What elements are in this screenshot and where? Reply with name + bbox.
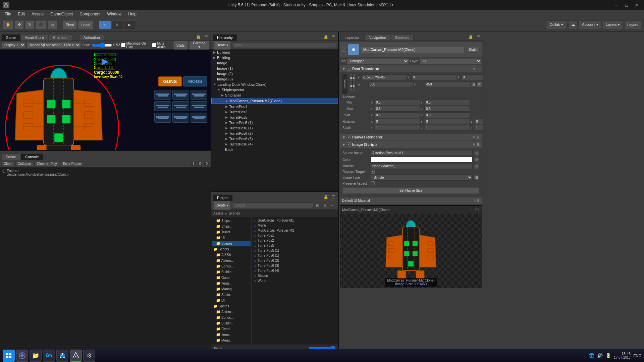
pivot-y-input[interactable] — [425, 112, 470, 118]
proj-statio[interactable]: 📁 Statio... — [212, 292, 251, 298]
panel-menu[interactable]: ☰ — [203, 34, 209, 40]
source-image-input[interactable] — [371, 150, 473, 156]
proj-spr-bonus[interactable]: 📁 Bonus... — [212, 315, 251, 320]
scale-slider[interactable] — [92, 43, 112, 48]
tag-select[interactable]: Untagged — [347, 58, 409, 64]
local-button[interactable]: Local — [78, 20, 93, 29]
volume-icon[interactable]: 🔊 — [597, 353, 603, 358]
tab-scene[interactable]: Scene — [1, 154, 20, 160]
maximize-toggle[interactable]: Maximize On Play — [121, 42, 150, 49]
center-play-btn[interactable]: ▶ — [95, 53, 115, 70]
preview-info[interactable]: ⓘ — [474, 207, 480, 213]
static-button[interactable]: Static — [467, 47, 480, 53]
lang-indicator[interactable]: ENG — [633, 354, 641, 358]
scene-gun-carcas[interactable]: ◇ GunCarcas_Pursuer-M1 — [252, 218, 337, 223]
scene-modcarcas[interactable]: ◇ ModCarcas_Pursuer-M2 — [252, 228, 337, 233]
guns-button[interactable]: GUNS — [158, 76, 182, 86]
scale-x-input[interactable] — [375, 125, 420, 131]
taskbar-other[interactable]: ⚙ — [83, 350, 95, 362]
panel-lock[interactable]: 🔒 — [195, 34, 202, 40]
scene-turretpos6-2[interactable]: ◇ TurretPos6 (2) — [252, 258, 337, 263]
gun-slot-8[interactable] — [172, 113, 189, 123]
max-y-input[interactable] — [425, 106, 470, 112]
hierarchy-create-btn[interactable]: Create ▾ — [213, 41, 231, 50]
rotate-tool[interactable]: ↻ — [25, 20, 34, 29]
gun-slot-5[interactable] — [172, 101, 189, 111]
h-turretpos5-1[interactable]: ▶TurretPos5 (1) — [211, 120, 338, 125]
layout-dropdown[interactable]: Layout — [624, 20, 641, 29]
preview-zoom-in[interactable]: + — [468, 207, 474, 213]
tab-asset-store[interactable]: Asset Store — [20, 34, 48, 41]
h-building-1[interactable]: ▶Building — [211, 50, 338, 55]
close-button[interactable]: ✕ — [632, 2, 641, 8]
hierarchy-lock[interactable]: 🔒 — [322, 34, 330, 40]
proj-manag[interactable]: 📁 Manag... — [212, 286, 251, 292]
img-menu-icon[interactable]: ☰ — [477, 143, 480, 146]
h-landing-dock[interactable]: ▼Landing Dock Window(Clone) — [211, 82, 338, 87]
tab-services[interactable]: Services — [391, 34, 414, 41]
h-turretpos6-2[interactable]: ▶TurretPos6 (2) — [211, 131, 338, 136]
object-name-input[interactable] — [361, 46, 465, 53]
breadcrumb-scenes[interactable]: Scenes — [229, 212, 240, 215]
scene-turretpos6-3[interactable]: ◇ TurretPos6 (3) — [252, 263, 337, 268]
hierarchy-menu[interactable]: ☰ — [330, 34, 337, 40]
project-icon-2[interactable]: ⊟ — [322, 202, 328, 208]
taskbar-chrome[interactable] — [16, 350, 28, 362]
tab-animation[interactable]: Animation — [79, 34, 104, 41]
project-icon-3[interactable]: ⋯ — [329, 202, 336, 208]
scene-turretpos1[interactable]: ◇ TurretPos1 — [252, 233, 337, 238]
min-y-input[interactable] — [425, 100, 470, 105]
cr-edit-icon[interactable]: ✎ — [473, 135, 475, 139]
min-x-input[interactable] — [375, 100, 420, 105]
menu-window[interactable]: Window — [104, 11, 125, 17]
menu-assets[interactable]: Assets — [28, 11, 47, 17]
rt-menu-icon[interactable]: ☰ — [477, 67, 480, 71]
proj-spr-fixed[interactable]: 📁 Fixed — [212, 326, 251, 332]
h-turretpos1[interactable]: ▶TurretPos1 — [211, 104, 338, 109]
scene-turretpos5-1[interactable]: ◇ TurretPos5 (1) — [252, 248, 337, 253]
proj-spr-astero[interactable]: 📁 Astero... — [212, 309, 251, 315]
color-select[interactable]: ⊙ — [474, 157, 479, 162]
collab-button[interactable]: Collab ▾ — [546, 20, 567, 29]
tab-console[interactable]: Console — [21, 154, 43, 160]
proj-scripts[interactable]: 📁 Scripts — [212, 246, 251, 252]
scene-turretpos6-1[interactable]: ◇ TurretPos6 (1) — [252, 253, 337, 258]
image-script-header[interactable]: ▼ Image (Script) ✎ ☰ — [340, 141, 482, 148]
scene-turretpos2[interactable]: ◇ TurretPos2 — [252, 238, 337, 243]
network-icon[interactable]: 🌐 — [589, 353, 594, 358]
color-swatch[interactable] — [371, 157, 473, 163]
clear-on-play-button[interactable]: Clear on Play — [35, 161, 59, 166]
scale-y-input[interactable] — [425, 125, 470, 131]
display-select[interactable]: Display 1 — [1, 42, 25, 48]
error-pause-button[interactable]: Error Pause — [61, 161, 83, 166]
proj-buildin[interactable]: 📁 Buildin... — [212, 269, 251, 275]
proj-bonus[interactable]: 📁 Bonus... — [212, 263, 251, 269]
proj-items[interactable]: 📁 Items... — [212, 281, 251, 286]
preview-zoom-out[interactable]: − — [462, 207, 468, 213]
gun-slot-3[interactable] — [191, 90, 207, 100]
proj-scenes[interactable]: 📁 Scenes — [212, 241, 251, 246]
set-native-size-btn[interactable]: Set Native Size — [342, 187, 479, 194]
h-turretpos6-4[interactable]: ▶TurretPos6 (4) — [211, 141, 338, 147]
hierarchy-search[interactable] — [232, 42, 336, 48]
tab-animator[interactable]: Animator — [49, 34, 72, 41]
gun-slot-9[interactable] — [191, 113, 207, 123]
gizmos-button[interactable]: Gizmos ▾ — [189, 41, 209, 50]
object-enable-checkbox[interactable] — [342, 48, 346, 52]
h-turretpos2[interactable]: ▶TurretPos2 — [211, 109, 338, 115]
h-turretpos6-3[interactable]: ▶TurretPos6 (3) — [211, 136, 338, 141]
proj-ships-1[interactable]: 📁 Ships... — [212, 218, 251, 224]
clear-button[interactable]: Clear — [1, 161, 14, 166]
gun-slot-6[interactable] — [191, 101, 207, 111]
pos-z-input[interactable] — [462, 74, 483, 80]
proj-sprites[interactable]: 📁 Sprites — [212, 303, 251, 309]
resolution-select[interactable]: Iphone 5(Landscape) (1136 x — [27, 42, 81, 48]
proj-ships-2[interactable]: 📁 Ships... — [212, 224, 251, 229]
h-shipraner[interactable]: ▶Shipraner — [211, 93, 338, 98]
gun-slot-7[interactable] — [154, 113, 171, 123]
gun-slot-2[interactable] — [172, 90, 189, 100]
h-back[interactable]: ▶Back — [211, 147, 338, 152]
rot-y-input[interactable] — [425, 119, 470, 124]
scene-station[interactable]: ◇ Station — [252, 273, 337, 278]
gun-slot-4[interactable] — [154, 101, 171, 111]
